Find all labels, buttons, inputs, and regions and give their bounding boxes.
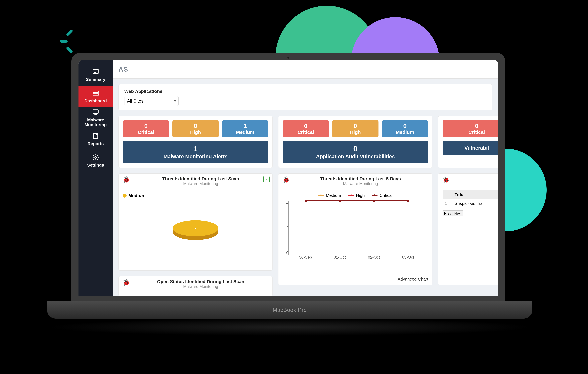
panel-threats-table: 🐞 Title <box>438 173 498 285</box>
stat-group-extra: 0 Critical Vulnerabil <box>438 116 498 168</box>
laptop-frame: Summary Dashboard Malware Monitoring <box>71 53 505 303</box>
threats-table: Title 1 Suspicious Ifra <box>442 190 498 208</box>
stat-summary-extra[interactable]: Vulnerabil <box>442 141 498 155</box>
panel-open-status: 🐞 Open Status Identified During Last Sca… <box>118 276 273 296</box>
sidebar-item-label: Reports <box>87 141 104 146</box>
bug-icon: 🐞 <box>123 176 130 183</box>
summary-icon <box>92 68 99 75</box>
next-button[interactable]: Next <box>453 210 463 216</box>
pie-legend-medium: Medium <box>123 193 268 198</box>
laptop-base: MacBook Pro <box>47 301 532 319</box>
legend-item: High <box>348 193 365 198</box>
threats-table-col-title: Title <box>452 190 498 199</box>
chip-high[interactable]: 0 High <box>172 120 219 137</box>
line-chart-legend: MediumHighCritical <box>283 193 428 198</box>
sidebar-item-label: Summary <box>86 77 105 82</box>
sidebar-item-label: Malware Monitoring <box>85 117 107 127</box>
stat-row: 0 Critical 0 High 1 Medium <box>118 116 492 168</box>
chip-medium[interactable]: 0 Medium <box>382 120 428 137</box>
gear-icon <box>92 154 99 161</box>
legend-item: Medium <box>318 193 341 198</box>
table-pager: Prev Next <box>442 210 498 216</box>
brand-logo-text: AS <box>118 66 128 73</box>
table-row[interactable]: 1 Suspicious Ifra <box>442 199 498 208</box>
sidebar-item-settings[interactable]: Settings <box>78 150 113 171</box>
sidebar-item-label: Dashboard <box>84 99 107 103</box>
chip-medium[interactable]: 1 Medium <box>222 120 268 137</box>
advanced-chart-link[interactable]: Advanced Chart <box>278 275 432 285</box>
sidebar-item-dashboard[interactable]: Dashboard <box>78 86 113 107</box>
chip-critical[interactable]: 0 Critical <box>283 120 329 137</box>
sidebar-item-summary[interactable]: Summary <box>78 64 113 86</box>
panel-title: Threats Identified During Last Scan <box>133 176 268 181</box>
laptop-shadow <box>47 319 532 336</box>
bug-icon: 🐞 <box>442 176 450 183</box>
pie-chart: 1 <box>123 198 268 258</box>
panel-threats-last-scan: 🐞 Threats Identified During Last Scan Ma… <box>118 173 273 271</box>
sidebar-item-malware-monitoring[interactable]: Malware Monitoring <box>78 107 113 129</box>
laptop-label: MacBook Pro <box>273 307 307 313</box>
legend-item: Critical <box>372 193 393 198</box>
svg-rect-0 <box>93 69 98 73</box>
app-screen: Summary Dashboard Malware Monitoring <box>78 60 498 296</box>
reports-icon <box>92 132 99 140</box>
pie-slice-value: 1 <box>173 220 218 236</box>
threats-table-col-index <box>442 190 452 199</box>
line-chart: 420 30-Sep01-Oct02-Oct03-Oct <box>288 201 425 262</box>
stat-summary-audit[interactable]: 0 Application Audit Vulnerabilities <box>283 141 428 163</box>
bug-icon: 🐞 <box>123 279 130 286</box>
sidebar-item-label: Settings <box>87 163 104 168</box>
dashboard-icon <box>92 89 99 97</box>
laptop-camera <box>287 57 289 59</box>
svg-point-5 <box>95 157 97 158</box>
panel-subtitle: Malware Monitoring <box>293 181 428 186</box>
bug-icon: 🐞 <box>283 176 290 183</box>
sidebar: Summary Dashboard Malware Monitoring <box>78 60 113 296</box>
topbar: AS <box>113 60 498 78</box>
stat-group-malware: 0 Critical 0 High 1 Medium <box>118 116 273 168</box>
panel-title: Threats Identified During Last 5 Days <box>293 176 428 181</box>
sidebar-item-reports[interactable]: Reports <box>78 129 113 150</box>
svg-rect-1 <box>93 91 98 92</box>
panel-subtitle: Malware Monitoring <box>133 284 268 289</box>
monitor-icon <box>92 109 99 116</box>
panel-title: Open Status Identified During Last Scan <box>133 279 268 284</box>
export-excel-button[interactable]: X <box>263 176 270 182</box>
panel-subtitle: Malware Monitoring <box>133 181 268 186</box>
svg-rect-2 <box>93 94 98 95</box>
stat-summary-malware[interactable]: 1 Malware Monitoring Alerts <box>123 141 268 163</box>
filter-card: Web Applications All Sites <box>118 84 492 110</box>
filter-label: Web Applications <box>124 89 486 94</box>
svg-rect-3 <box>93 110 98 113</box>
prev-button[interactable]: Prev <box>442 210 453 216</box>
chip-high[interactable]: 0 High <box>332 120 378 137</box>
web-applications-select[interactable]: All Sites <box>124 96 178 106</box>
panel-threats-last-5-days: 🐞 Threats Identified During Last 5 Days … <box>278 173 432 285</box>
chip-critical[interactable]: 0 Critical <box>123 120 169 137</box>
stat-group-audit: 0 Critical 0 High 0 Medium <box>278 116 432 168</box>
chip-critical[interactable]: 0 Critical <box>442 120 498 137</box>
panel-row: 🐞 Threats Identified During Last Scan Ma… <box>118 173 492 296</box>
